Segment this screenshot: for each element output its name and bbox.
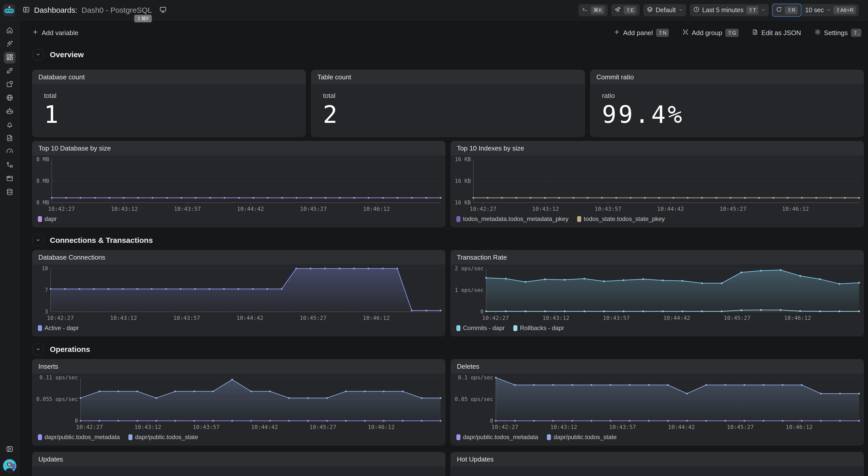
charts-row: Database Connections107310:42:2710:43:12… xyxy=(32,250,864,336)
add-panel-button[interactable]: Add panel ⇧N xyxy=(614,29,669,37)
add-group-button[interactable]: Add group ⇧G xyxy=(682,29,739,37)
panel-title: Commit ratio xyxy=(596,73,634,81)
edit-json-button[interactable]: Edit as JSON xyxy=(752,29,801,37)
chart-panel[interactable]: Top 10 Database by size8 MB8 MB8 MB10:42… xyxy=(32,141,445,227)
panel-header: Inserts xyxy=(32,359,445,374)
legend-item[interactable]: dapr/public.todos_metadata xyxy=(456,434,538,441)
variant-select[interactable]: Default xyxy=(643,4,686,16)
legend-item[interactable]: Rollbacks - dapr xyxy=(513,324,564,332)
legend-item[interactable]: dapr/public.todos_metadata xyxy=(38,434,120,441)
explore-button[interactable]: ⇧E xyxy=(611,4,640,16)
chart-canvas[interactable]: 8 MB8 MB8 MB10:42:2710:43:1210:43:5710:4… xyxy=(32,155,445,214)
sidebar-item-assistant[interactable] xyxy=(4,106,16,117)
legend-item[interactable]: todos_state.todos_state_pkey xyxy=(577,215,665,222)
svg-text:10:43:12: 10:43:12 xyxy=(532,206,559,212)
legend-item[interactable]: Commits - dapr xyxy=(456,324,505,332)
svg-text:16 KB: 16 KB xyxy=(455,178,471,184)
stat-label: total xyxy=(44,92,306,100)
time-range-button[interactable]: Last 5 minutes ⇧T xyxy=(690,4,769,16)
svg-text:10:43:12: 10:43:12 xyxy=(550,424,577,430)
collapse-button[interactable] xyxy=(33,235,44,246)
legend-label: dapr/public.todos_state xyxy=(554,434,617,441)
topbar-actions: ⌘K ⇧E Default Last 5 minutes ⇧T ⇧R 10 se… xyxy=(579,4,868,16)
sidebar-item-integrations[interactable] xyxy=(4,65,16,77)
stat-panel[interactable]: Commit ratioratio99.4% xyxy=(590,70,864,137)
chevron-down-icon xyxy=(761,6,766,14)
refresh-interval-select[interactable]: 10 sec ⇧Alt+R xyxy=(802,4,859,16)
chart-canvas[interactable]: 2 ops/sec1 ops/sec010:42:2710:43:1210:43… xyxy=(451,264,864,323)
svg-text:10:44:42: 10:44:42 xyxy=(237,206,264,212)
command-palette-button[interactable]: ⌘K xyxy=(579,4,608,16)
legend-label: todos_state.todos_state_pkey xyxy=(584,215,665,222)
sidebar-item-home[interactable] xyxy=(4,25,16,37)
stat-panel[interactable]: Table counttotal2 xyxy=(311,70,585,137)
svg-text:1 ops/sec: 1 ops/sec xyxy=(455,287,484,293)
sidebar-item-alerts[interactable] xyxy=(4,119,16,131)
legend-item[interactable]: dapr xyxy=(38,215,57,222)
panel-title: Top 10 Database by size xyxy=(38,144,111,152)
chart-panel[interactable]: Hot Updates xyxy=(451,452,864,476)
legend-item[interactable]: Active - dapr xyxy=(38,324,79,332)
panel-title: Inserts xyxy=(38,363,58,370)
sidebar-item-extensions[interactable] xyxy=(4,79,16,91)
settings-button[interactable]: Settings ⇧, xyxy=(814,29,861,37)
sidebar-item-ai[interactable] xyxy=(4,38,16,50)
chart-panel[interactable]: Updates xyxy=(32,452,445,476)
present-button[interactable] xyxy=(159,6,167,14)
app-logo[interactable]: DEMO xyxy=(3,4,15,16)
panel-title: Table count xyxy=(317,73,351,81)
chart-panel[interactable]: Database Connections107310:42:2710:43:12… xyxy=(32,250,445,336)
svg-text:10:43:12: 10:43:12 xyxy=(110,315,137,321)
svg-text:10:45:27: 10:45:27 xyxy=(300,315,327,321)
legend-color-chip xyxy=(38,434,42,440)
sidebar-expand-icon[interactable] xyxy=(6,445,13,454)
logo-dot-icon xyxy=(8,6,11,9)
sidebar-item-logs[interactable] xyxy=(4,173,16,185)
stats-row: Database counttotal1Table counttotal2Com… xyxy=(32,70,864,137)
chart-panel[interactable]: Inserts0.11 ops/sec0.055 ops/sec010:42:2… xyxy=(32,359,445,445)
panel-header: Updates xyxy=(32,452,445,466)
svg-text:10:43:57: 10:43:57 xyxy=(603,315,630,321)
refresh-button[interactable]: ⇧R xyxy=(772,4,802,17)
svg-text:10:42:27: 10:42:27 xyxy=(47,315,74,321)
stat-panel[interactable]: Database counttotal1 xyxy=(32,70,306,137)
sidebar-item-dashboards[interactable] xyxy=(4,52,16,64)
chevron-down-icon xyxy=(35,237,41,244)
svg-text:10:42:27: 10:42:27 xyxy=(76,424,103,430)
chart-canvas[interactable]: 16 KB16 KB16 KB10:42:2710:43:1210:43:571… xyxy=(451,155,864,214)
add-variable-button[interactable]: Add variable xyxy=(32,29,79,37)
collapse-button[interactable] xyxy=(33,344,44,355)
collapse-button[interactable] xyxy=(33,49,44,60)
svg-text:10:46:12: 10:46:12 xyxy=(363,315,390,321)
sidebar-item-globe[interactable] xyxy=(4,92,16,104)
chart-panel[interactable]: Deletes0.1 ops/sec0.05 ops/sec010:42:271… xyxy=(451,359,864,445)
legend-item[interactable]: dapr/public.todos_state xyxy=(547,434,617,441)
sidebar-item-queries[interactable] xyxy=(4,133,16,144)
panel-header: Deletes xyxy=(451,359,864,374)
svg-text:10:46:12: 10:46:12 xyxy=(363,206,390,212)
chart-canvas[interactable]: 0.1 ops/sec0.05 ops/sec010:42:2710:43:12… xyxy=(451,374,864,432)
terminal-icon xyxy=(582,6,588,14)
svg-text:10:45:27: 10:45:27 xyxy=(300,206,327,212)
legend-item[interactable]: todos_metadata.todos_metadata_pkey xyxy=(456,215,568,222)
dashboard-body: OverviewDatabase counttotal1Table countt… xyxy=(32,49,864,476)
sidebar-item-resources[interactable] xyxy=(4,187,16,198)
legend-color-chip xyxy=(547,434,551,440)
legend-color-chip xyxy=(513,325,517,331)
chart-canvas[interactable]: 0.11 ops/sec0.055 ops/sec010:42:2710:43:… xyxy=(32,374,445,432)
avatar[interactable] xyxy=(3,459,16,472)
chart-panel[interactable]: Transaction Rate2 ops/sec1 ops/sec010:42… xyxy=(451,250,864,336)
sidebar-item-tracing[interactable] xyxy=(4,160,16,171)
toolbar-right: Add panel ⇧N Add group ⇧G Edit as JSON S… xyxy=(614,29,864,37)
sidebar-item-metrics[interactable] xyxy=(4,146,16,158)
chart-canvas[interactable]: 107310:42:2710:43:1210:43:5710:44:4210:4… xyxy=(32,264,445,323)
legend-item[interactable]: dapr/public.todos_state xyxy=(128,434,198,441)
svg-text:0: 0 xyxy=(480,309,484,315)
topbar: DEMO Dashboards: Dash0 - PostgreSQL ⇧⌘F … xyxy=(0,0,868,20)
sidebar-toggle-icon[interactable] xyxy=(22,6,30,14)
telescope-icon xyxy=(615,6,621,14)
charts-row: Top 10 Database by size8 MB8 MB8 MB10:42… xyxy=(32,141,864,227)
chart-panel[interactable]: Top 10 Indexes by size16 KB16 KB16 KB10:… xyxy=(451,141,864,227)
svg-text:10:46:12: 10:46:12 xyxy=(782,206,809,212)
legend-color-chip xyxy=(38,325,42,331)
